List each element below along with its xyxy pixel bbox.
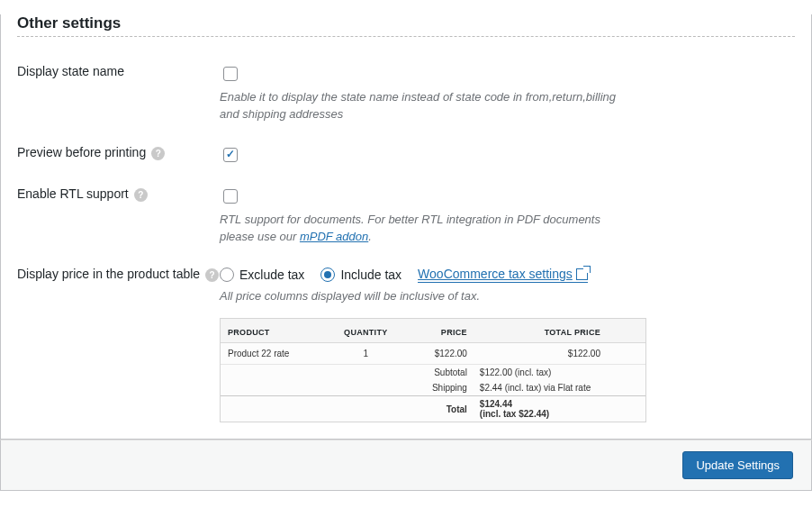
row-display-price: Display price in the product table ? Exc… <box>17 245 795 422</box>
shipping-value: $2.44 (incl. tax) via Flat rate <box>474 380 645 396</box>
display-price-desc: All price columns displayed will be incl… <box>220 288 634 305</box>
woocommerce-tax-settings-label: WooCommerce tax settings <box>418 267 573 281</box>
footer-bar: Update Settings <box>0 440 812 491</box>
price-preview-box: PRODUCT QUANTITY PRICE TOTAL PRICE Produ… <box>220 318 646 422</box>
shipping-row: Shipping $2.44 (incl. tax) via Flat rate <box>221 380 645 396</box>
help-icon[interactable]: ? <box>134 188 148 202</box>
include-tax-option[interactable]: Include tax <box>320 268 401 282</box>
subtotal-row: Subtotal $122.00 (incl. tax) <box>221 365 645 381</box>
row-enable-rtl: Enable RTL support ? RTL support for doc… <box>17 165 795 246</box>
display-state-name-desc: Enable it to display the state name inst… <box>220 89 634 123</box>
woocommerce-tax-settings-link[interactable]: WooCommerce tax settings <box>418 267 588 283</box>
enable-rtl-checkbox[interactable] <box>223 189 238 204</box>
total-amount: $124.44 <box>480 399 512 409</box>
enable-rtl-desc-post: . <box>368 230 372 243</box>
shipping-label: Shipping <box>406 380 474 396</box>
display-price-label: Display price in the product table <box>17 267 200 281</box>
total-incl-tax: (incl. tax $22.44) <box>480 409 549 419</box>
exclude-tax-option[interactable]: Exclude tax <box>220 268 304 282</box>
cell-price: $122.00 <box>406 343 474 365</box>
enable-rtl-desc-pre: RTL support for documents. For better RT… <box>220 213 600 243</box>
exclude-tax-radio[interactable] <box>220 268 234 282</box>
price-preview-table: PRODUCT QUANTITY PRICE TOTAL PRICE Produ… <box>221 319 645 422</box>
include-tax-radio[interactable] <box>320 268 335 282</box>
subtotal-label: Subtotal <box>406 365 474 381</box>
display-state-name-checkbox[interactable] <box>223 67 238 81</box>
row-display-state-name: Display state name Enable it to display … <box>17 42 795 123</box>
total-label: Total <box>406 396 474 422</box>
cell-product: Product 22 rate <box>221 343 326 365</box>
section-title: Other settings <box>17 14 795 37</box>
help-icon[interactable]: ? <box>205 268 219 282</box>
other-settings-panel: Other settings Display state name Enable… <box>0 14 812 440</box>
subtotal-value: $122.00 (incl. tax) <box>474 365 645 381</box>
total-value: $124.44 (incl. tax $22.44) <box>474 396 645 422</box>
col-quantity: QUANTITY <box>326 319 406 343</box>
cell-quantity: 1 <box>326 343 406 365</box>
total-row: Total $124.44 (incl. tax $22.44) <box>221 396 645 422</box>
help-icon[interactable]: ? <box>151 147 165 160</box>
cell-total: $122.00 <box>474 343 645 365</box>
preview-before-printing-label: Preview before printing <box>17 145 146 159</box>
include-tax-label: Include tax <box>340 268 401 282</box>
col-product: PRODUCT <box>221 319 326 343</box>
row-preview-before-printing: Preview before printing ? <box>17 123 795 165</box>
preview-before-printing-checkbox[interactable] <box>223 148 238 162</box>
external-link-icon <box>576 268 588 280</box>
update-settings-button[interactable]: Update Settings <box>682 451 793 479</box>
table-row: Product 22 rate 1 $122.00 $122.00 <box>221 343 645 365</box>
mpdf-addon-link[interactable]: mPDF addon <box>300 230 368 243</box>
col-price: PRICE <box>406 319 474 343</box>
enable-rtl-label: Enable RTL support <box>17 186 129 201</box>
enable-rtl-desc: RTL support for documents. For better RT… <box>220 212 634 246</box>
display-state-name-label: Display state name <box>17 64 124 78</box>
col-total: TOTAL PRICE <box>474 319 645 343</box>
exclude-tax-label: Exclude tax <box>239 268 304 282</box>
